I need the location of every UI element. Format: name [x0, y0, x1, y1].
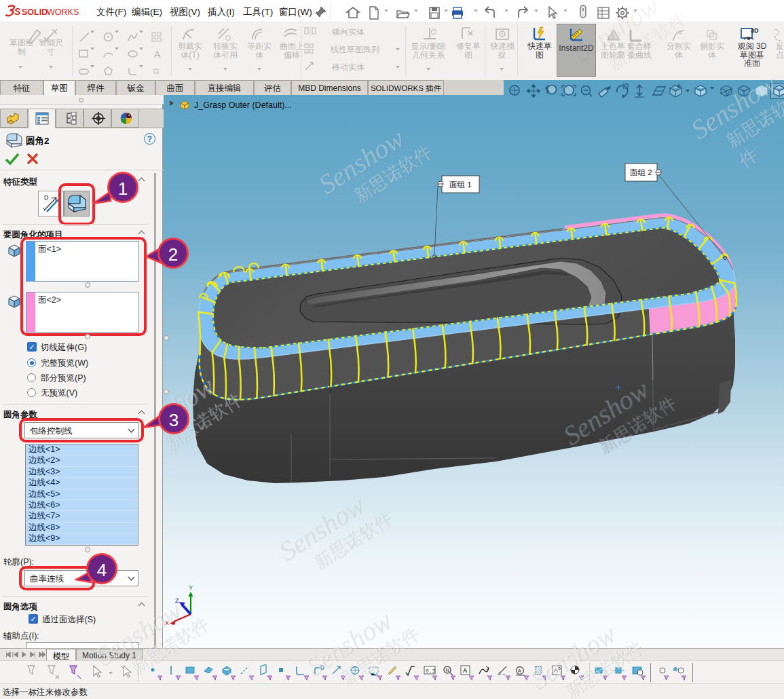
- svg-text:面组 1: 面组 1: [449, 181, 472, 189]
- svg-text:S: S: [14, 6, 21, 17]
- svg-text:Y: Y: [189, 584, 193, 591]
- svg-text:D: D: [44, 194, 49, 201]
- svg-text:X: X: [165, 620, 169, 626]
- svg-text:A: A: [554, 667, 558, 674]
- svg-text:0.3: 0.3: [426, 668, 436, 674]
- svg-text:N: N: [446, 668, 449, 673]
- svg-text:J_Grasp Outer (Default)...: J_Grasp Outer (Default)...: [194, 100, 292, 110]
- svg-text:SOLID: SOLID: [22, 7, 48, 17]
- svg-text:A: A: [518, 668, 521, 673]
- svg-text:面组 2: 面组 2: [630, 168, 652, 176]
- svg-text:A: A: [463, 667, 468, 674]
- svg-text:WORKS: WORKS: [47, 7, 79, 17]
- svg-text:A: A: [154, 49, 161, 60]
- svg-text:3D: 3D: [751, 27, 759, 34]
- svg-text:Z: Z: [175, 597, 179, 604]
